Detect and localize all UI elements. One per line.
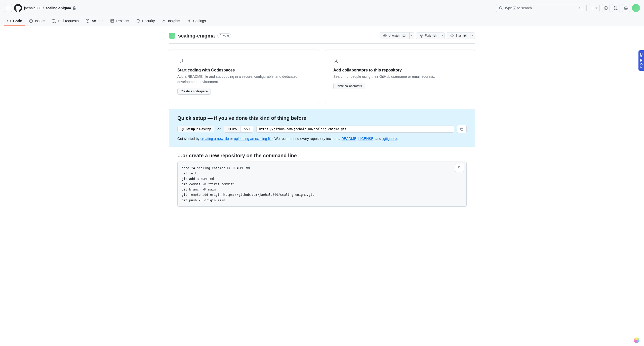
svg-rect-12 [111, 19, 114, 22]
svg-point-14 [384, 35, 385, 36]
nav-issues-label: Issues [35, 19, 45, 23]
nav-projects[interactable]: Projects [107, 16, 132, 26]
visibility-badge: Private [217, 33, 231, 38]
codespaces-title: Start coding with Codespaces [177, 68, 311, 72]
star-count: 0 [463, 34, 467, 37]
unwatch-button[interactable]: Unwatch 1 [380, 32, 409, 39]
fork-label: Fork [425, 34, 431, 37]
cmdline-code-text: echo "# scaling-enigma" >> README.md git… [182, 166, 314, 202]
eye-icon [383, 34, 387, 38]
chevron-down-icon [411, 35, 412, 37]
inbox-icon [624, 6, 628, 10]
svg-rect-22 [459, 167, 461, 169]
nav-settings[interactable]: Settings [184, 16, 209, 26]
svg-point-15 [420, 34, 421, 35]
cmdline-title: …or create a new repository on the comma… [177, 153, 467, 159]
search-placeholder: Type / to search [504, 6, 577, 10]
star-dropdown[interactable] [470, 32, 475, 39]
nav-pulls[interactable]: Pull requests [49, 16, 82, 26]
hint-text: Get started by [177, 137, 200, 141]
issue-icon [29, 19, 33, 23]
nav-actions[interactable]: Actions [83, 16, 106, 26]
setup-desktop-button[interactable]: Set up in Desktop [177, 126, 214, 132]
star-icon [450, 34, 454, 38]
nav-issues[interactable]: Issues [26, 16, 48, 26]
breadcrumb-separator: / [43, 6, 44, 10]
issues-button[interactable] [602, 4, 610, 12]
copy-icon [458, 166, 462, 170]
create-new-file-link[interactable]: creating a new file [200, 137, 229, 141]
watch-button-group: Unwatch 1 [380, 32, 414, 39]
collaborators-title: Add collaborators to this repository [333, 68, 467, 72]
unwatch-label: Unwatch [388, 34, 400, 37]
nav-code[interactable]: Code [4, 16, 25, 26]
https-tab[interactable]: HTTPS [224, 126, 240, 132]
hamburger-menu[interactable] [4, 4, 12, 12]
breadcrumb: jaehale000 / scaling-enigma [24, 6, 76, 10]
repo-actions: Unwatch 1 Fork 0 [380, 32, 475, 39]
svg-point-4 [614, 9, 615, 10]
chevron-down-icon [442, 35, 443, 37]
svg-point-19 [335, 59, 337, 61]
graph-icon [162, 19, 166, 23]
person-add-icon [333, 58, 467, 64]
readme-link[interactable]: README [341, 137, 356, 141]
star-button[interactable]: Star 0 [447, 32, 470, 39]
hint-text: , [356, 137, 358, 141]
breadcrumb-repo[interactable]: scaling-enigma [45, 6, 71, 10]
search-text-type: Type [504, 6, 512, 10]
or-separator: or [217, 127, 221, 131]
gitignore-link[interactable]: .gitignore [382, 137, 397, 141]
quick-setup-title: Quick setup — if you've done this kind o… [177, 115, 467, 121]
nav-settings-label: Settings [193, 19, 206, 23]
fork-button[interactable]: Fork 0 [416, 32, 440, 39]
svg-point-0 [499, 7, 502, 9]
lock-icon [72, 6, 76, 10]
search-text-rest: to search [517, 6, 532, 10]
upload-file-link[interactable]: uploading an existing file [234, 137, 272, 141]
create-codespace-button[interactable]: Create a codespace [177, 88, 211, 95]
shield-icon [136, 19, 140, 23]
copy-icon [460, 127, 464, 131]
nav-actions-label: Actions [92, 19, 103, 23]
nav-insights[interactable]: Insights [159, 16, 183, 26]
svg-point-9 [53, 22, 54, 23]
svg-point-7 [30, 20, 31, 21]
fork-dropdown[interactable] [440, 32, 445, 39]
create-new-button[interactable] [589, 4, 600, 12]
copy-url-button[interactable] [457, 125, 467, 133]
nav-security-label: Security [142, 19, 155, 23]
cmdline-code[interactable]: echo "# scaling-enigma" >> README.md git… [177, 162, 467, 207]
issue-icon [604, 6, 608, 10]
contactout-tab[interactable]: ContactOut [638, 50, 644, 71]
quick-setup-box: Quick setup — if you've done this kind o… [169, 109, 475, 213]
hint-text: , and [374, 137, 382, 141]
svg-point-17 [421, 36, 422, 37]
clone-url-input[interactable] [256, 126, 454, 133]
nav-pulls-label: Pull requests [58, 19, 78, 23]
copy-code-button[interactable] [455, 164, 464, 172]
license-link[interactable]: LICENSE [358, 137, 374, 141]
notifications-button[interactable] [622, 4, 630, 12]
search-input[interactable]: Type / to search [496, 4, 587, 12]
repo-header: scaling-enigma Private Unwatch 1 Fork 0 [169, 32, 475, 44]
nav-security[interactable]: Security [133, 16, 158, 26]
pull-request-icon [614, 6, 618, 10]
search-icon [499, 6, 503, 10]
hint-text: or [229, 137, 234, 141]
svg-point-2 [605, 8, 606, 9]
breadcrumb-owner[interactable]: jaehale000 [24, 6, 42, 10]
invite-collaborators-button[interactable]: Invite collaborators [333, 83, 365, 89]
pull-requests-button[interactable] [612, 4, 620, 12]
nav-code-label: Code [13, 19, 22, 23]
quick-setup-row: Set up in Desktop or HTTPS SSH [177, 125, 467, 133]
command-palette-icon[interactable] [579, 6, 584, 10]
codespaces-card: Start coding with Codespaces Add a READM… [169, 50, 319, 103]
ssh-tab[interactable]: SSH [240, 126, 253, 132]
github-logo[interactable] [14, 4, 22, 12]
svg-point-10 [55, 22, 56, 23]
watch-dropdown[interactable] [409, 32, 414, 39]
hint-text: . We recommend every repository include … [272, 137, 341, 141]
user-avatar[interactable] [632, 4, 640, 12]
cmdline-section: …or create a new repository on the comma… [169, 147, 475, 213]
